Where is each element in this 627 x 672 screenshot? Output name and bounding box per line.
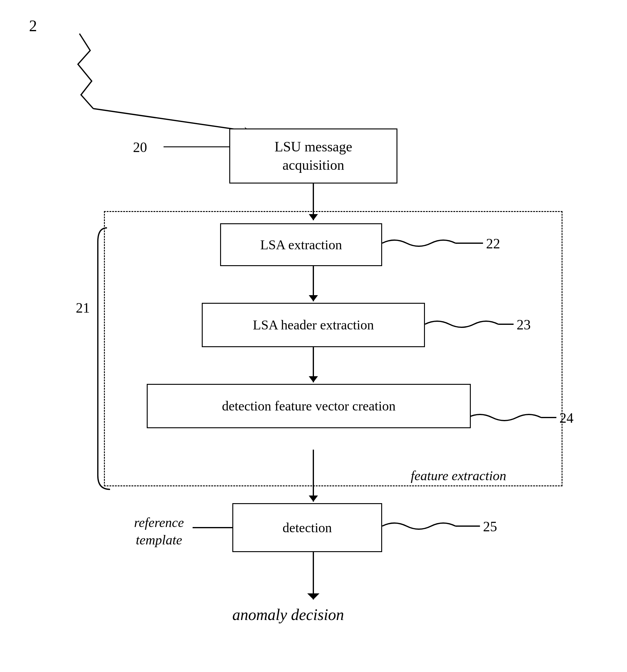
lsa-extraction-label: LSA extraction xyxy=(260,237,342,253)
ref-number-25: 25 xyxy=(483,519,497,535)
lsa-extraction-box: LSA extraction xyxy=(220,223,382,266)
svg-marker-13 xyxy=(307,593,320,600)
ref-number-21: 21 xyxy=(76,300,90,316)
ref-number-24: 24 xyxy=(559,410,574,426)
svg-marker-9 xyxy=(309,496,318,502)
anomaly-decision-label: anomaly decision xyxy=(232,606,344,624)
ref-number-23: 23 xyxy=(517,317,531,333)
ref-number-20: 20 xyxy=(133,139,147,155)
diagram-container: 2 xyxy=(0,0,627,672)
ref-number-2: 2 xyxy=(29,17,37,35)
lsu-box-label: LSU message acquisition xyxy=(275,138,352,174)
svg-line-0 xyxy=(93,109,251,131)
reference-template-label: reference template xyxy=(125,514,193,549)
lsu-box: LSU message acquisition xyxy=(229,128,397,184)
lsa-header-extraction-box: LSA header extraction xyxy=(202,303,425,347)
feature-vector-label: detection feature vector creation xyxy=(222,398,396,414)
ref-number-22: 22 xyxy=(486,236,500,252)
detection-box: detection xyxy=(232,503,382,552)
lsa-header-extraction-label: LSA header extraction xyxy=(253,317,374,333)
feature-extraction-label: feature extraction xyxy=(411,468,506,484)
detection-label: detection xyxy=(282,520,332,535)
feature-vector-box: detection feature vector creation xyxy=(147,384,471,428)
